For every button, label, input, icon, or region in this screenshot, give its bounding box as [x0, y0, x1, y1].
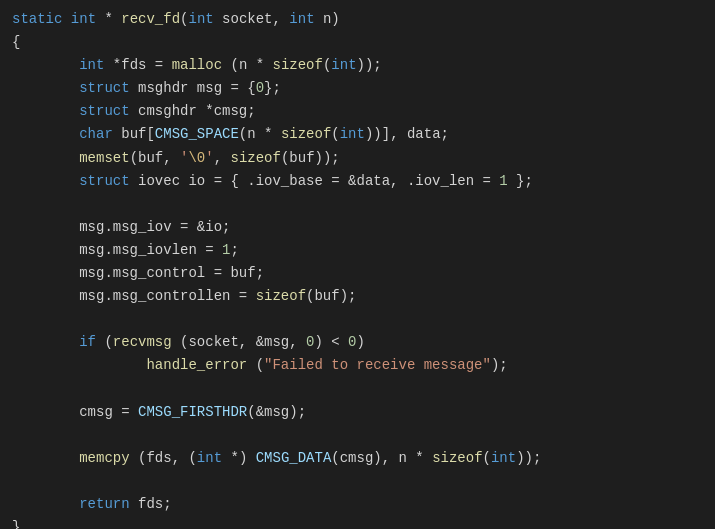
code-line-6: char buf[CMSG_SPACE(n * sizeof(int))], d… [12, 123, 703, 146]
code-line-15: if (recvmsg (socket, &msg, 0) < 0) [12, 331, 703, 354]
code-line-3: int *fds = malloc (n * sizeof(int)); [12, 54, 703, 77]
code-line-22: return fds; [12, 493, 703, 516]
code-line-21 [12, 470, 703, 493]
code-line-18: cmsg = CMSG_FIRSTHDR(&msg); [12, 401, 703, 424]
code-line-4: struct msghdr msg = {0}; [12, 77, 703, 100]
code-line-19 [12, 424, 703, 447]
code-line-11: msg.msg_iovlen = 1; [12, 239, 703, 262]
code-line-14 [12, 308, 703, 331]
code-line-16: handle_error ("Failed to receive message… [12, 354, 703, 377]
code-line-13: msg.msg_controllen = sizeof(buf); [12, 285, 703, 308]
code-line-5: struct cmsghdr *cmsg; [12, 100, 703, 123]
code-line-8: struct iovec io = { .iov_base = &data, .… [12, 170, 703, 193]
code-line-2: { [12, 31, 703, 54]
code-line-7: memset(buf, '\0', sizeof(buf)); [12, 147, 703, 170]
code-line-10: msg.msg_iov = &io; [12, 216, 703, 239]
code-line-9 [12, 193, 703, 216]
code-line-20: memcpy (fds, (int *) CMSG_DATA(cmsg), n … [12, 447, 703, 470]
code-line-23: } [12, 516, 703, 529]
code-container: static int * recv_fd(int socket, int n) … [0, 0, 715, 529]
code-line-17 [12, 378, 703, 401]
code-line-1: static int * recv_fd(int socket, int n) [12, 8, 703, 31]
code-line-12: msg.msg_control = buf; [12, 262, 703, 285]
